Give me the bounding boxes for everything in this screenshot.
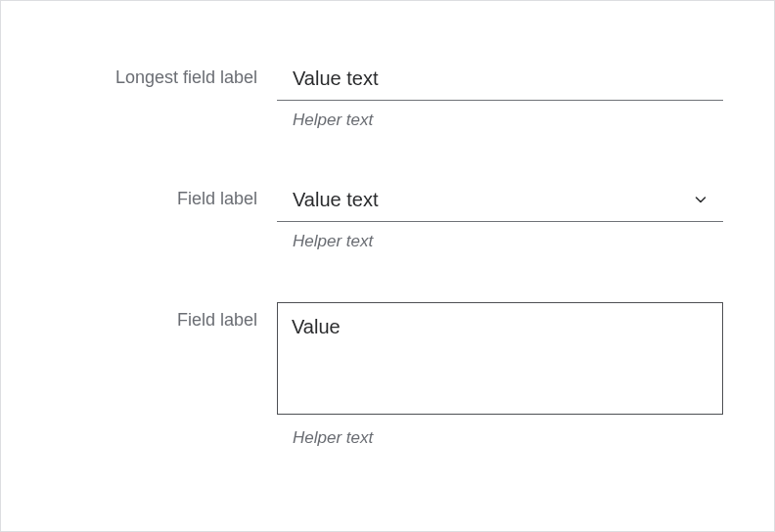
field-label: Longest field label (52, 60, 277, 88)
field-label: Field label (52, 302, 277, 331)
helper-text: Helper text (277, 111, 723, 130)
field-col: Value text Helper text (277, 181, 723, 251)
form-panel: Longest field label Helper text Field la… (0, 0, 775, 532)
field-label: Field label (52, 181, 277, 209)
form-row-textarea: Field label Helper text (52, 302, 723, 448)
form-row-select: Field label Value text Helper text (52, 181, 723, 251)
field-col: Helper text (277, 302, 723, 448)
select-value: Value text (277, 181, 723, 221)
helper-text: Helper text (277, 232, 723, 251)
text-input[interactable] (277, 60, 723, 101)
field-col: Helper text (277, 60, 723, 130)
textarea-input[interactable] (277, 302, 723, 415)
form-row-text: Longest field label Helper text (52, 60, 723, 130)
helper-text: Helper text (277, 428, 723, 448)
select-input[interactable]: Value text (277, 181, 723, 222)
